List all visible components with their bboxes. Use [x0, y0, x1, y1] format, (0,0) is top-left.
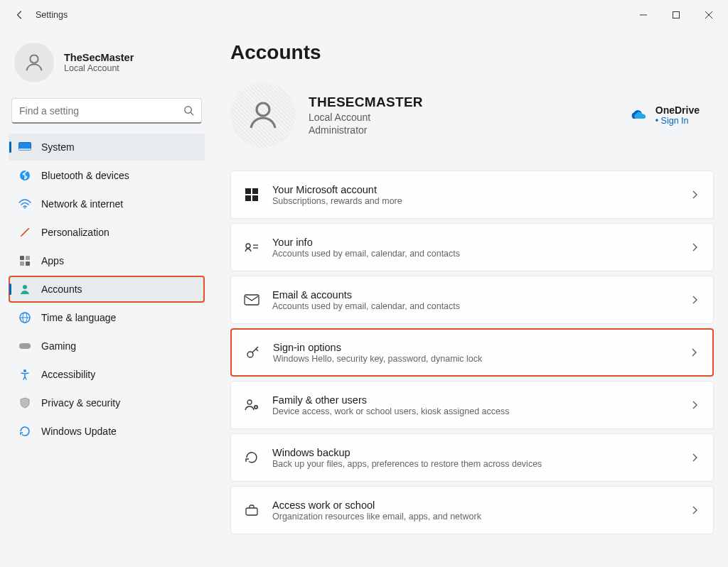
- account-name: THESECMASTER: [309, 94, 423, 110]
- people-icon: [244, 397, 259, 413]
- account-type: Local Account: [309, 112, 423, 123]
- key-icon: [245, 345, 260, 360]
- person-icon: [18, 283, 31, 296]
- card-family-users[interactable]: Family & other users Device access, work…: [230, 381, 714, 429]
- svg-rect-11: [20, 261, 24, 266]
- card-sub: Windows Hello, security key, password, d…: [273, 354, 678, 364]
- search-input[interactable]: [19, 105, 183, 117]
- nav-label: Windows Update: [41, 426, 117, 437]
- card-sub: Device access, work or school users, kio…: [272, 406, 679, 416]
- card-signin-options[interactable]: Sign-in options Windows Hello, security …: [230, 328, 714, 377]
- account-role: Administrator: [309, 124, 423, 136]
- nav-update[interactable]: Windows Update: [9, 418, 205, 445]
- nav: System Bluetooth & devices Network & int…: [9, 134, 205, 445]
- nav-gaming[interactable]: Gaming: [9, 333, 205, 360]
- onedrive-signin-link[interactable]: Sign In: [655, 116, 700, 126]
- back-button[interactable]: [9, 4, 31, 26]
- card-title: Email & accounts: [272, 289, 679, 301]
- profile-sub: Local Account: [64, 63, 134, 73]
- svg-line-30: [256, 349, 258, 351]
- settings-cards: Your Microsoft account Subscriptions, re…: [230, 171, 714, 534]
- card-title: Your Microsoft account: [272, 184, 679, 195]
- chevron-right-icon: [692, 296, 697, 304]
- shield-icon: [18, 396, 31, 409]
- nav-system[interactable]: System: [9, 134, 205, 161]
- card-email-accounts[interactable]: Email & accounts Accounts used by email,…: [230, 276, 714, 324]
- svg-point-24: [246, 244, 250, 248]
- nav-accessibility[interactable]: Accessibility: [9, 361, 205, 388]
- wifi-icon: [18, 198, 31, 210]
- card-microsoft-account[interactable]: Your Microsoft account Subscriptions, re…: [230, 171, 714, 219]
- svg-rect-27: [245, 295, 259, 305]
- svg-point-19: [257, 103, 269, 116]
- nav-personalization[interactable]: Personalization: [9, 219, 205, 246]
- svg-rect-35: [246, 508, 257, 515]
- close-button[interactable]: [692, 4, 725, 26]
- accessibility-icon: [18, 368, 31, 381]
- card-sub: Subscriptions, rewards and more: [272, 196, 679, 206]
- bluetooth-icon: [18, 169, 31, 182]
- svg-point-18: [23, 369, 26, 372]
- nav-bluetooth[interactable]: Bluetooth & devices: [9, 162, 205, 189]
- svg-rect-10: [26, 256, 30, 260]
- svg-point-2: [30, 55, 38, 63]
- onedrive-block[interactable]: OneDrive Sign In: [628, 104, 714, 126]
- nav-label: Time & language: [41, 312, 116, 323]
- maximize-button[interactable]: [660, 4, 692, 26]
- svg-rect-9: [20, 256, 24, 260]
- account-header: THESECMASTER Local Account Administrator…: [230, 82, 714, 148]
- nav-apps[interactable]: Apps: [9, 247, 205, 274]
- card-sub: Accounts used by email, calendar, and co…: [272, 301, 679, 311]
- nav-accounts[interactable]: Accounts: [9, 276, 205, 303]
- maximize-icon: [673, 11, 680, 18]
- briefcase-icon: [244, 502, 259, 518]
- card-title: Sign-in options: [273, 342, 678, 353]
- svg-point-28: [247, 352, 253, 357]
- profile-name: TheSecMaster: [64, 52, 134, 63]
- svg-rect-20: [245, 188, 251, 194]
- onedrive-label: OneDrive: [655, 104, 700, 116]
- svg-rect-22: [245, 195, 251, 201]
- window-controls: [627, 4, 725, 26]
- arrow-left-icon: [15, 10, 25, 20]
- avatar-large[interactable]: [230, 82, 296, 148]
- onedrive-icon: [628, 109, 647, 122]
- person-icon: [23, 52, 45, 73]
- content: Accounts THESECMASTER Local Account Admi…: [213, 30, 728, 567]
- card-sub: Accounts used by email, calendar, and co…: [272, 249, 679, 259]
- card-title: Family & other users: [272, 394, 679, 406]
- nav-label: System: [41, 141, 75, 153]
- backup-icon: [244, 450, 259, 465]
- svg-rect-23: [252, 195, 258, 201]
- profile-block[interactable]: TheSecMaster Local Account: [9, 37, 205, 94]
- card-work-school[interactable]: Access work or school Organization resou…: [230, 486, 714, 534]
- nav-label: Bluetooth & devices: [41, 170, 129, 181]
- chevron-right-icon: [692, 190, 697, 199]
- nav-privacy[interactable]: Privacy & security: [9, 389, 205, 416]
- nav-label: Accounts: [41, 284, 82, 295]
- card-windows-backup[interactable]: Windows backup Back up your files, apps,…: [230, 433, 714, 482]
- avatar: [14, 43, 54, 82]
- sidebar: TheSecMaster Local Account System Blueto…: [0, 30, 213, 567]
- svg-rect-6: [19, 148, 31, 151]
- id-icon: [244, 239, 259, 255]
- minimize-button[interactable]: [627, 4, 660, 26]
- nav-network[interactable]: Network & internet: [9, 190, 205, 217]
- chevron-right-icon: [692, 401, 697, 409]
- gamepad-icon: [18, 340, 31, 352]
- card-your-info[interactable]: Your info Accounts used by email, calend…: [230, 223, 714, 271]
- mail-icon: [244, 292, 259, 308]
- nav-label: Accessibility: [41, 369, 95, 380]
- chevron-right-icon: [692, 243, 697, 252]
- svg-rect-1: [673, 12, 680, 18]
- nav-time[interactable]: Time & language: [9, 304, 205, 331]
- window-title: Settings: [36, 10, 68, 20]
- svg-rect-21: [252, 188, 258, 194]
- globe-icon: [18, 311, 31, 324]
- svg-point-8: [24, 207, 26, 209]
- search-box[interactable]: [11, 98, 202, 124]
- card-title: Windows backup: [272, 447, 679, 458]
- nav-label: Privacy & security: [41, 397, 120, 409]
- apps-icon: [18, 254, 31, 267]
- close-icon: [705, 11, 712, 18]
